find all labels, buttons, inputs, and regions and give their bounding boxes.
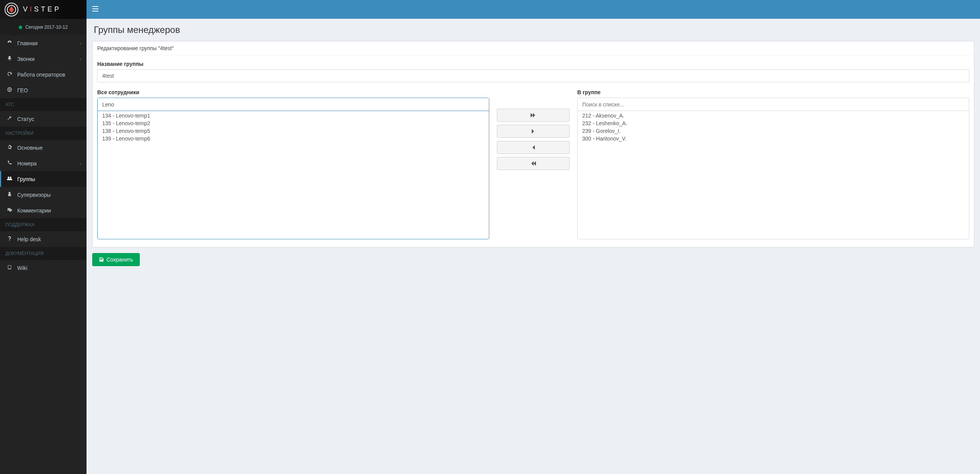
dashboard-icon <box>7 40 13 46</box>
brand-logo[interactable]: VISTEP <box>0 0 87 19</box>
sidebar-item-label: Главная <box>17 40 38 46</box>
svg-point-4 <box>8 177 9 178</box>
sidebar-item-groups[interactable]: Группы <box>0 171 87 187</box>
book-icon <box>7 265 13 271</box>
list-item[interactable]: 134 - Lenovo-temp1 <box>98 112 489 119</box>
svg-rect-9 <box>92 8 98 9</box>
sidebar-section-atc: АТС <box>0 98 87 111</box>
save-button[interactable]: Сохранить <box>92 253 140 266</box>
move-right-button[interactable] <box>497 125 570 138</box>
brand-text: VISTEP <box>23 5 61 13</box>
sidebar-item-main[interactable]: Главная ‹ <box>0 35 87 51</box>
list-item[interactable]: 212 - Aksenov_A. <box>578 112 969 119</box>
group-members-listbox: 212 - Aksenov_A.232 - Leshenko_A.239 - G… <box>577 98 969 239</box>
sidebar-item-calls[interactable]: Звонки ‹ <box>0 51 87 67</box>
list-item[interactable]: 135 - Lenovo-temp2 <box>98 119 489 127</box>
svg-marker-11 <box>531 113 533 118</box>
sidebar-item-label: Супервизоры <box>17 192 51 198</box>
sidebar-item-label: Группы <box>17 176 35 182</box>
sidebar-item-label: Номера <box>17 160 37 167</box>
sidebar-item-label: Статус <box>17 116 34 122</box>
sidebar-section-support: ПОДДЕРЖКА <box>0 218 87 231</box>
group-name-label: Название группы <box>97 61 969 67</box>
globe-icon <box>7 87 13 93</box>
fast-backward-icon <box>531 161 536 166</box>
sidebar-item-geo[interactable]: ГЕО <box>0 82 87 98</box>
svg-rect-7 <box>8 194 11 196</box>
chevron-left-icon: ‹ <box>80 57 81 61</box>
svg-point-5 <box>10 177 11 178</box>
move-all-left-button[interactable] <box>497 157 570 170</box>
bell-icon <box>7 56 13 62</box>
sidebar-item-label: Работа операторов <box>17 72 65 78</box>
brand-mark-icon <box>4 2 19 17</box>
cog-icon <box>7 144 13 151</box>
all-employees-list[interactable]: 134 - Lenovo-temp1135 - Lenovo-temp2138 … <box>98 111 489 239</box>
topbar <box>87 0 980 19</box>
svg-marker-2 <box>9 6 14 13</box>
edit-group-box: Редактирование группы "4test" Название г… <box>92 41 974 247</box>
chevron-right-icon <box>531 129 535 134</box>
sidebar-item-label: Комментарии <box>17 208 51 214</box>
status-dot-icon <box>19 26 22 29</box>
svg-marker-12 <box>533 113 535 118</box>
refresh-icon <box>7 71 13 78</box>
group-members-search-input[interactable] <box>578 98 969 111</box>
group-members-list[interactable]: 212 - Aksenov_A.232 - Leshenko_A.239 - G… <box>578 111 969 239</box>
sidebar-item-numbers[interactable]: Номера ‹ <box>0 155 87 171</box>
sidebar: VISTEP Сегодня 2017-10-12 Главная ‹ Звон… <box>0 0 87 474</box>
all-employees-label: Все сотрудники <box>97 89 489 95</box>
sidebar-item-basic[interactable]: Основные <box>0 140 87 155</box>
move-all-right-button[interactable] <box>497 109 570 122</box>
sidebar-section-settings: НАСТРОЙКИ <box>0 127 87 140</box>
comments-icon <box>7 207 13 214</box>
svg-point-6 <box>8 192 10 194</box>
move-left-button[interactable] <box>497 141 570 154</box>
sidebar-item-helpdesk[interactable]: Help desk <box>0 231 87 247</box>
list-item[interactable]: 232 - Leshenko_A. <box>578 119 969 127</box>
all-employees-search-input[interactable] <box>98 98 489 111</box>
sidebar-item-supervisors[interactable]: Супервизоры <box>0 187 87 203</box>
save-icon <box>99 257 104 262</box>
sidebar-item-label: ГЕО <box>17 87 28 93</box>
save-button-label: Сохранить <box>106 257 133 263</box>
sidebar-item-comments[interactable]: Комментарии <box>0 203 87 218</box>
list-item[interactable]: 239 - Gorelov_I. <box>578 127 969 135</box>
sidebar-item-label: Звонки <box>17 56 34 62</box>
date-badge: Сегодня 2017-10-12 <box>0 19 87 35</box>
list-item[interactable]: 138 - Lenovo-temp5 <box>98 127 489 135</box>
question-icon <box>7 236 13 242</box>
android-icon <box>7 191 13 198</box>
chevron-left-icon: ‹ <box>80 41 81 45</box>
sidebar-section-docs: ДОКУМЕНТАЦИЯ <box>0 247 87 260</box>
svg-marker-13 <box>532 129 534 134</box>
sidebar-item-wiki[interactable]: Wiki <box>0 260 87 276</box>
svg-marker-14 <box>532 145 535 150</box>
fast-forward-icon <box>531 113 536 118</box>
sidebar-item-label: Wiki <box>17 265 27 271</box>
sidebar-item-status[interactable]: Статус <box>0 111 87 127</box>
svg-marker-15 <box>534 161 536 166</box>
chevron-left-icon <box>531 145 535 150</box>
sidebar-item-label: Основные <box>17 145 42 151</box>
sidebar-item-operators[interactable]: Работа операторов <box>0 67 87 82</box>
date-text: Сегодня 2017-10-12 <box>25 25 68 30</box>
page-title: Группы менеджеров <box>94 25 974 35</box>
sidebar-toggle-button[interactable] <box>92 6 98 13</box>
chevron-left-icon: ‹ <box>80 161 81 165</box>
phone-icon <box>7 160 13 167</box>
in-group-label: В группе <box>577 89 969 95</box>
sidebar-item-label: Help desk <box>17 236 41 242</box>
wrench-icon <box>7 116 13 122</box>
svg-rect-10 <box>92 11 98 11</box>
users-icon <box>7 176 13 182</box>
list-item[interactable]: 300 - Haritonov_V. <box>578 135 969 142</box>
all-employees-listbox: 134 - Lenovo-temp1135 - Lenovo-temp2138 … <box>97 98 489 239</box>
hamburger-icon <box>92 6 98 11</box>
svg-rect-8 <box>92 6 98 7</box>
group-name-input[interactable] <box>97 69 969 82</box>
svg-marker-16 <box>531 161 534 166</box>
box-title: Редактирование группы "4test" <box>93 41 974 56</box>
list-item[interactable]: 139 - Lenovo-temp6 <box>98 135 489 142</box>
